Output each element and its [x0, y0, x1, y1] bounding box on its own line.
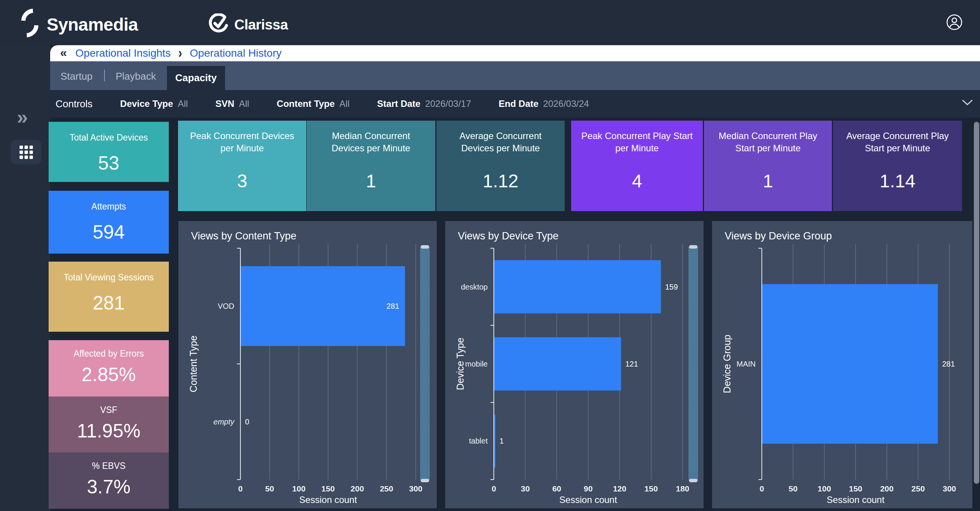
x-tick-label: 0 [492, 484, 496, 493]
kpi-value: 4 [571, 170, 703, 192]
kpi-label: Affected by Errors [49, 348, 169, 360]
kpi-value: 1 [704, 170, 832, 192]
y-axis-title: Device Type [455, 337, 466, 390]
x-axis-title: Session count [827, 495, 885, 505]
kpi-value: 3 [178, 170, 306, 192]
x-tick-label: 60 [552, 484, 561, 493]
kpi-total-active-devices: Total Active Devices 53 [49, 122, 169, 182]
category-label-MAIN: MAIN [737, 360, 756, 368]
chart-panel-content-type: Views by Content Type281VOD0empty0501001… [178, 221, 437, 508]
grid-icon [20, 146, 33, 159]
kpi-label: % EBVS [49, 460, 169, 472]
breadcrumb-link-operational-history[interactable]: Operational History [190, 47, 282, 59]
tab-playback[interactable]: Playback [116, 70, 156, 82]
bar-tablet[interactable] [494, 414, 495, 468]
kpi-median-play-start: Median Concurrent Play Start per Minute … [704, 121, 832, 211]
y-axis-title: Device Group [722, 335, 732, 393]
bar-desktop[interactable] [494, 260, 661, 313]
kpi-value: 281 [49, 292, 169, 314]
category-label-mobile: mobile [465, 360, 488, 368]
kpi-value: 594 [49, 221, 169, 243]
bar-value-label: 159 [665, 283, 678, 291]
kpi-value: 1.12 [436, 170, 565, 192]
zoom-slider-handle-top[interactable] [421, 245, 429, 249]
filter-value: All [339, 98, 350, 109]
left-sidebar: » [0, 45, 50, 511]
x-axis-title: Session count [559, 495, 617, 505]
kpi-median-concurrent-devices: Median Concurrent Devices per Minute 1 [307, 121, 435, 211]
page-scrollbar-thumb[interactable] [974, 122, 979, 484]
chart-panel-device-group: Views by Device Group281MAIN050100150200… [712, 221, 972, 508]
apps-grid-button[interactable] [11, 140, 41, 164]
kpi-label: Peak Concurrent Devices per Minute [178, 130, 306, 154]
x-tick-label: 120 [613, 484, 626, 493]
kpi-label: Median Concurrent Play Start per Minute [704, 130, 832, 154]
category-label-empty: empty [214, 418, 235, 426]
zoom-slider-track[interactable] [420, 247, 430, 481]
top-navbar: Synamedia Clarissa [0, 0, 980, 45]
bar-VOD[interactable] [241, 266, 405, 346]
filter-end-date[interactable]: End Date 2026/03/24 [499, 98, 589, 109]
kpi-average-concurrent-devices: Average Concurrent Devices per Minute 1.… [436, 121, 565, 211]
bar-value-label: 281 [387, 302, 399, 310]
filter-value: All [239, 98, 249, 109]
account-icon[interactable] [946, 14, 963, 31]
tab-capacity[interactable]: Capacity [167, 66, 225, 90]
filter-value: All [178, 98, 188, 109]
clarissa-logo-icon [209, 13, 229, 33]
x-axis-title: Session count [299, 495, 357, 505]
kpi-average-play-start: Average Concurrent Play Start per Minute… [833, 121, 962, 211]
chart-title: Views by Content Type [191, 230, 296, 242]
kpi-label: Attempts [49, 201, 169, 213]
filter-content-type[interactable]: Content Type All [277, 98, 350, 109]
x-tick-label: 200 [351, 484, 364, 493]
kpi-label: Total Active Devices [49, 132, 169, 144]
x-tick-label: 150 [849, 484, 862, 493]
x-tick-label: 50 [265, 484, 274, 493]
expand-sidebar-icon[interactable]: » [17, 106, 28, 129]
kpi-value: 1 [307, 170, 435, 192]
kpi-total-viewing-sessions: Total Viewing Sessions 281 [49, 262, 169, 332]
x-tick-label: 200 [880, 484, 893, 493]
kpi-attempts: Attempts 594 [49, 191, 169, 254]
chevron-down-icon[interactable] [962, 99, 973, 106]
zoom-slider-handle-top[interactable] [689, 245, 697, 249]
synamedia-logo-icon [19, 8, 41, 38]
clarissa-wordmark: Clarissa [234, 17, 288, 33]
chart-title: Views by Device Group [725, 230, 832, 242]
kpi-value: 2.85% [49, 364, 169, 386]
filter-start-date[interactable]: Start Date 2026/03/17 [377, 98, 471, 109]
y-axis-title: Content Type [188, 336, 199, 392]
zoom-slider-handle-bottom[interactable] [421, 479, 429, 482]
kpi-label: VSF [49, 404, 169, 416]
dashboard-page: Synamedia Clarissa » « Operational Insig… [0, 0, 980, 511]
breadcrumb-link-operational-insights[interactable]: Operational Insights [75, 47, 171, 59]
bar-mobile[interactable] [494, 337, 621, 391]
bar-MAIN[interactable] [762, 284, 938, 444]
x-tick-label: 100 [292, 484, 305, 493]
controls-bar: Controls Device Type All SVN All Content… [50, 90, 980, 118]
bar-value-label: 1 [500, 437, 504, 445]
chart-title: Views by Device Type [458, 230, 559, 242]
filter-device-type[interactable]: Device Type All [120, 98, 188, 109]
zoom-slider-handle-bottom[interactable] [689, 479, 697, 482]
zoom-slider-track[interactable] [689, 247, 698, 481]
x-tick-label: 150 [321, 484, 335, 493]
bar-value-label: 121 [625, 360, 638, 368]
kpi-label: Total Viewing Sessions [49, 272, 169, 283]
filter-svn[interactable]: SVN All [216, 98, 249, 109]
x-tick-label: 30 [521, 484, 529, 493]
filter-label: Content Type [277, 98, 335, 109]
x-tick-label: 300 [409, 484, 422, 493]
collapse-breadcrumb-icon[interactable]: « [60, 46, 67, 60]
tab-bar: Startup Playback Capacity [50, 61, 980, 90]
kpi-affected-by-errors: Affected by Errors 2.85% [49, 340, 169, 396]
kpi-label: Average Concurrent Play Start per Minute [833, 130, 962, 154]
filter-value: 2026/03/17 [425, 98, 471, 109]
kpi-label: Peak Concurrent Play Start per Minute [571, 130, 703, 154]
tab-startup[interactable]: Startup [60, 70, 93, 82]
kpi-value: 11.95% [49, 420, 169, 442]
bar-value-label: 281 [942, 360, 955, 368]
breadcrumb-separator-icon: › [178, 46, 182, 61]
x-tick-label: 100 [818, 484, 831, 493]
